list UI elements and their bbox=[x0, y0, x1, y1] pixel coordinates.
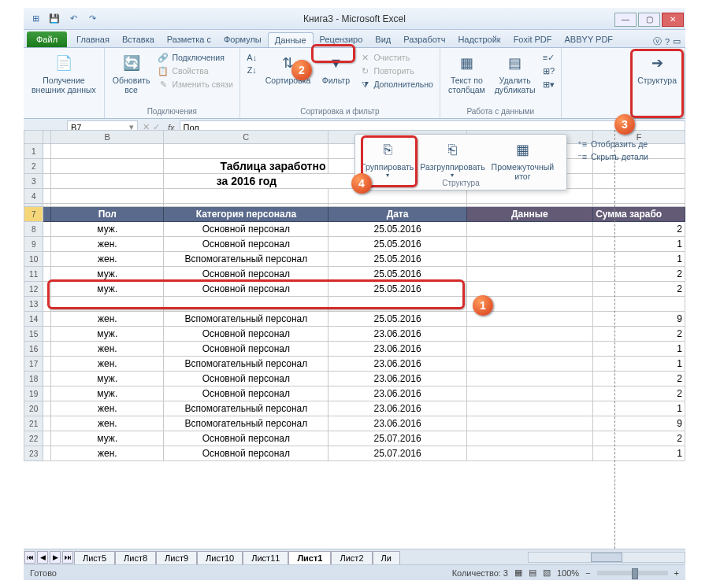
table-row[interactable]: 21жен.Вспомогательный персонал23.06.2016… bbox=[24, 416, 685, 431]
ribbon-minimize-icon[interactable]: ▭ bbox=[673, 36, 681, 46]
hscroll-thumb[interactable] bbox=[591, 553, 622, 562]
excel-icon: ⊞ bbox=[28, 12, 43, 26]
sheet-nav-button[interactable]: ▶ bbox=[50, 551, 61, 564]
table-row[interactable]: 22муж.Основной персонал25.07.20162 bbox=[24, 431, 685, 446]
structure-popup: ⎘ Группировать▾ ⎗ Разгруппировать▾ ▦ Про… bbox=[354, 134, 567, 190]
ribbon-help-icon[interactable]: ? bbox=[665, 37, 670, 46]
zoom-in-icon[interactable]: + bbox=[674, 568, 679, 578]
close-button[interactable]: ✕ bbox=[662, 13, 684, 27]
tab-Главная[interactable]: Главная bbox=[70, 32, 116, 47]
connections-link[interactable]: 🔗Подключения bbox=[156, 51, 234, 64]
sheet-tab[interactable]: Лист1 bbox=[288, 551, 331, 564]
hide-detail-link[interactable]: ⁻≡Скрыть детали bbox=[575, 150, 650, 163]
show-detail-link[interactable]: ⁺≡Отобразить де bbox=[575, 138, 650, 150]
minimize-button[interactable]: — bbox=[614, 13, 637, 27]
sheet-nav-button[interactable]: ◀ bbox=[37, 551, 48, 564]
filter-button[interactable]: ▼ Фильтр bbox=[317, 51, 354, 87]
tab-Надстройк[interactable]: Надстройк bbox=[451, 32, 507, 47]
subtotal-icon: ▦ bbox=[511, 139, 533, 161]
table-row[interactable]: 10жен.Вспомогательный персонал25.05.2016… bbox=[24, 252, 685, 267]
tab-file[interactable]: Файл bbox=[27, 31, 67, 47]
table-row[interactable]: 15муж.Основной персонал23.06.20162 bbox=[24, 327, 685, 342]
status-count: Количество: 3 bbox=[452, 568, 508, 578]
sort-filter-group-label: Сортировка и фильтр bbox=[245, 106, 435, 116]
spreadsheet-grid[interactable]: B C D E F 1 2Таблица заработно 3за 2016 … bbox=[24, 130, 685, 549]
table-header: Пол bbox=[51, 207, 164, 222]
table-row[interactable]: 14жен.Вспомогательный персонал25.05.2016… bbox=[24, 312, 685, 327]
table-header: Дата bbox=[329, 207, 466, 222]
table-row[interactable]: 12муж.Основной персонал25.05.20162 bbox=[24, 282, 685, 297]
sheet-nav-button[interactable]: ⏭ bbox=[62, 551, 73, 564]
connections-group-label: Подключения bbox=[110, 106, 235, 116]
status-ready: Готово bbox=[30, 568, 57, 578]
refresh-all-button[interactable]: 🔄 Обновить все bbox=[110, 51, 154, 96]
view-normal-icon[interactable]: ▦ bbox=[514, 568, 522, 578]
sheet-tab[interactable]: Лист2 bbox=[331, 551, 372, 564]
reapply-filter-link[interactable]: ↻Повторить bbox=[358, 65, 435, 77]
tab-ABBYY PDF[interactable]: ABBYY PDF bbox=[559, 32, 620, 47]
tab-Foxit PDF[interactable]: Foxit PDF bbox=[507, 32, 559, 47]
properties-link[interactable]: 📋Свойства bbox=[156, 65, 234, 77]
sheet-nav-button[interactable]: ⏮ bbox=[24, 551, 35, 564]
sheet-tab[interactable]: Лист10 bbox=[197, 551, 243, 564]
redo-icon[interactable]: ↷ bbox=[85, 12, 99, 26]
table-row[interactable]: 16жен.Основной персонал23.06.20161 bbox=[24, 342, 685, 357]
sort-desc-icon[interactable]: Z↓ bbox=[245, 64, 259, 76]
sheet-tab[interactable]: Лист9 bbox=[156, 551, 197, 564]
zoom-out-icon[interactable]: − bbox=[585, 568, 590, 578]
table-row[interactable]: 19муж.Основной персонал23.06.20162 bbox=[24, 386, 685, 401]
sheet-tabs: ⏮◀▶⏭ Лист5Лист8Лист9Лист10Лист11Лист1Лис… bbox=[24, 549, 685, 564]
view-layout-icon[interactable]: ▤ bbox=[529, 568, 536, 578]
text-to-columns-icon: ▦ bbox=[455, 53, 477, 75]
sheet-tab[interactable]: Ли bbox=[373, 551, 400, 564]
table-row[interactable]: 23жен.Основной персонал25.07.20161 bbox=[24, 446, 685, 461]
edit-links-link[interactable]: ✎Изменить связи bbox=[156, 78, 234, 91]
sort-button[interactable]: ⇅ Сортировка bbox=[262, 51, 314, 87]
tab-Рецензиро[interactable]: Рецензиро bbox=[314, 32, 369, 47]
data-validation-icon[interactable]: ≡✓ bbox=[542, 51, 556, 64]
sort-asc-icon[interactable]: A↓ bbox=[245, 51, 259, 64]
help-icon[interactable]: ⓥ bbox=[653, 35, 662, 47]
structure-icon: ➔ bbox=[646, 53, 668, 75]
save-icon[interactable]: 💾 bbox=[47, 12, 61, 26]
tab-Формулы[interactable]: Формулы bbox=[217, 32, 268, 47]
consolidate-icon[interactable]: ⊞? bbox=[542, 65, 556, 77]
col-header[interactable]: B bbox=[51, 130, 164, 144]
maximize-button[interactable]: ▢ bbox=[638, 13, 660, 27]
table-row[interactable]: 20жен.Вспомогательный персонал23.06.2016… bbox=[24, 401, 685, 416]
sort-icon: ⇅ bbox=[277, 53, 299, 75]
tab-Разметка с[interactable]: Разметка с bbox=[161, 32, 217, 47]
remove-duplicates-button[interactable]: ▤ Удалить дубликаты bbox=[492, 51, 539, 96]
advanced-filter-link[interactable]: ⧩Дополнительно bbox=[358, 78, 435, 91]
table-title: Таблица заработно bbox=[164, 159, 329, 174]
whatif-icon[interactable]: ⊞▾ bbox=[542, 78, 556, 91]
zoom-slider[interactable] bbox=[597, 571, 668, 575]
table-row[interactable]: 8муж.Основной персонал25.05.20162 bbox=[24, 222, 685, 237]
clear-filter-link[interactable]: ✕Очистить bbox=[358, 51, 435, 64]
text-to-columns-button[interactable]: ▦ Текст по столбцам bbox=[445, 51, 488, 96]
table-header: Сумма зарабо bbox=[593, 207, 685, 222]
table-row[interactable]: 13 bbox=[24, 297, 685, 312]
view-pagebreak-icon[interactable]: ▧ bbox=[543, 568, 551, 578]
tab-Данные[interactable]: Данные bbox=[268, 32, 314, 47]
sheet-tab[interactable]: Лист5 bbox=[74, 551, 115, 564]
structure-button[interactable]: ➔ Структура bbox=[634, 51, 680, 87]
remove-duplicates-icon: ▤ bbox=[504, 53, 526, 75]
sheet-tab[interactable]: Лист8 bbox=[115, 551, 156, 564]
zoom-level[interactable]: 100% bbox=[557, 568, 579, 578]
select-all-corner[interactable] bbox=[24, 130, 43, 144]
tab-Вставка[interactable]: Вставка bbox=[116, 32, 161, 47]
sheet-tab[interactable]: Лист11 bbox=[243, 551, 288, 564]
external-data-button[interactable]: 📄 Получение внешних данных bbox=[28, 51, 99, 96]
table-row[interactable]: 9жен.Основной персонал25.05.20161 bbox=[24, 237, 685, 252]
table-row[interactable]: 17жен.Вспомогательный персонал23.06.2016… bbox=[24, 357, 685, 372]
col-header[interactable] bbox=[43, 130, 51, 144]
undo-icon[interactable]: ↶ bbox=[66, 12, 80, 26]
col-header[interactable]: C bbox=[164, 130, 329, 144]
tab-Вид[interactable]: Вид bbox=[369, 32, 397, 47]
refresh-icon: 🔄 bbox=[121, 53, 143, 75]
table-row[interactable]: 18муж.Основной персонал23.06.20162 bbox=[24, 372, 685, 386]
data-tools-group-label: Работа с данными bbox=[445, 106, 556, 116]
tab-Разработч[interactable]: Разработч bbox=[397, 32, 451, 47]
table-row[interactable]: 11муж.Основной персонал25.05.20162 bbox=[24, 267, 685, 282]
